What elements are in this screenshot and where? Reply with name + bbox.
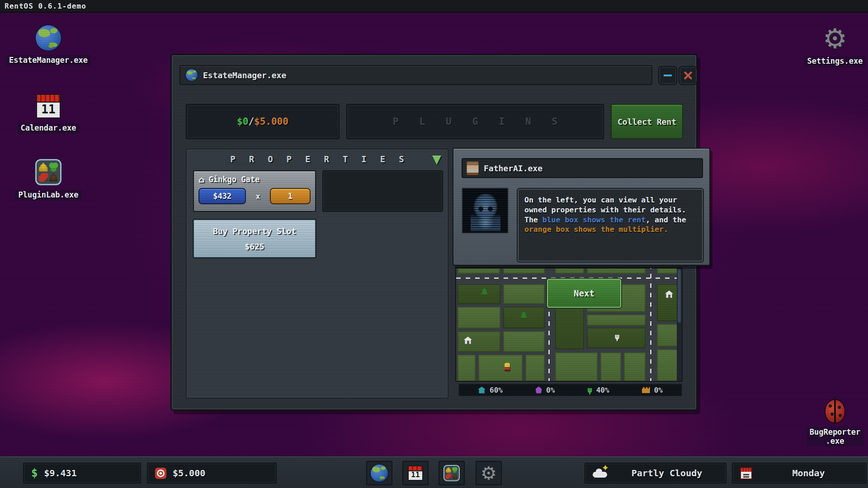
- goal-current-value: $0: [237, 116, 248, 127]
- map-parcel[interactable]: [458, 355, 476, 381]
- os-title-bar: RentOS 0.6.1-demo: [0, 0, 868, 13]
- day-label: Monday: [759, 468, 859, 479]
- house-icon: [464, 337, 472, 344]
- map-parcel[interactable]: [587, 268, 646, 274]
- goal-separator: /: [248, 116, 254, 127]
- goal-target-value: $5.000: [254, 116, 288, 127]
- map-parcel[interactable]: [458, 284, 500, 304]
- map-parcel[interactable]: [458, 307, 500, 328]
- taskbar-app-settings[interactable]: ⚙: [476, 461, 502, 485]
- minimize-button[interactable]: [659, 67, 676, 84]
- stat-residential: 60%: [478, 386, 503, 394]
- minimize-icon: [664, 75, 672, 76]
- tree-icon: [520, 311, 527, 318]
- stat-value: 0%: [654, 386, 663, 394]
- filter-funnel-icon[interactable]: ▼: [432, 153, 441, 165]
- house-icon: [665, 291, 673, 298]
- ladybug-icon: [826, 400, 844, 422]
- multiplier-value-button[interactable]: 1: [270, 188, 311, 204]
- plugin-quadrant: [39, 173, 48, 182]
- desktop-icon-calendar[interactable]: 11 Calendar.exe: [5, 94, 91, 134]
- stat-commercial: 0%: [535, 386, 555, 394]
- map-parcel[interactable]: [458, 268, 500, 274]
- gear-icon: ⚙: [481, 464, 497, 482]
- buy-property-slot-button[interactable]: Buy Property Slot $625: [193, 219, 316, 258]
- dollar-icon: $: [31, 467, 38, 479]
- taskbar: $ $9.431 $5.000 11 ⚙ Partly Cloudy Monda…: [0, 456, 868, 488]
- rent-goal-display: $0/$5.000: [186, 104, 340, 139]
- map-parcel[interactable]: [478, 355, 523, 381]
- collect-rent-button[interactable]: Collect Rent: [611, 104, 683, 139]
- map-parcel[interactable]: ψ: [587, 328, 646, 348]
- taskbar-app-calendar[interactable]: 11: [402, 461, 429, 485]
- shop-icon: [535, 387, 542, 394]
- map-scrollbar[interactable]: [677, 268, 682, 382]
- stat-value: 0%: [546, 386, 555, 394]
- factory-icon: [642, 387, 650, 393]
- desktop-icon-label: EstateManager.exe: [6, 55, 91, 66]
- properties-title: PROPERTIES: [187, 154, 448, 164]
- map-parcel[interactable]: [555, 268, 584, 274]
- desktop-icon-settings[interactable]: ⚙ Settings.exe: [792, 25, 868, 67]
- calendar-icon: 11: [36, 94, 61, 118]
- plugin-quadrant: [49, 173, 58, 182]
- buy-slot-price: $625: [245, 242, 264, 251]
- fatherai-portrait: [462, 188, 509, 234]
- calendar-icon: 11: [408, 465, 423, 481]
- map-parcel[interactable]: [503, 307, 545, 328]
- mini-calendar-icon: [740, 467, 752, 479]
- globe-icon: [36, 25, 61, 51]
- map-parcel[interactable]: [600, 352, 621, 381]
- goal-widget[interactable]: $5.000: [147, 463, 277, 483]
- empty-property-slot: [322, 170, 443, 212]
- plugin-grid-icon: [35, 159, 61, 185]
- dialog-title: FatherAI.exe: [484, 164, 542, 173]
- plant-icon: ψ: [615, 333, 619, 341]
- desktop-icon-pluginlab[interactable]: PluginLab.exe: [5, 159, 91, 201]
- map-parcel[interactable]: [503, 268, 545, 274]
- dialog-title-bar[interactable]: FatherAI.exe: [462, 158, 703, 178]
- map-parcel[interactable]: [503, 284, 545, 304]
- window-title: EstateManager.exe: [203, 70, 286, 80]
- plugin-quadrant: [452, 467, 458, 473]
- plugins-panel-button[interactable]: PLUGINS: [346, 104, 604, 139]
- map-parcel[interactable]: [503, 331, 545, 352]
- money-widget[interactable]: $ $9.431: [23, 463, 141, 483]
- stat-value: 40%: [596, 386, 609, 394]
- plugin-quadrant: [446, 474, 451, 479]
- map-parcel[interactable]: [525, 355, 545, 381]
- map-parcel[interactable]: [555, 352, 598, 381]
- gear-icon: ⚙: [823, 25, 847, 52]
- desktop-icon-estatemanager[interactable]: EstateManager.exe: [5, 25, 91, 66]
- map-parcel[interactable]: [458, 331, 500, 352]
- rent-value-button[interactable]: $432: [198, 188, 246, 204]
- city-map[interactable]: ψ Next: [455, 267, 683, 382]
- globe-icon: [371, 465, 388, 482]
- desktop-icon-bugreporter[interactable]: BugReporter .exe: [792, 400, 868, 446]
- villager-icon: [505, 363, 510, 371]
- properties-panel: PROPERTIES ▼ ⌂ Ginkgo Gate $432 x 1 Buy …: [186, 149, 448, 399]
- desktop-icon-label: Settings.exe: [804, 56, 866, 67]
- map-parcel[interactable]: [587, 314, 646, 326]
- os-version-label: RentOS 0.6.1-demo: [5, 2, 86, 10]
- road-marking: [650, 268, 651, 382]
- window-title-bar[interactable]: EstateManager.exe: [179, 65, 652, 85]
- next-button[interactable]: Next: [547, 279, 621, 308]
- desktop-icon-label: Calendar.exe: [18, 123, 80, 134]
- desktop-icon-label: BugReporter .exe: [807, 427, 864, 446]
- date-widget[interactable]: Monday: [732, 463, 867, 483]
- map-parcel[interactable]: [624, 352, 646, 381]
- fatherai-avatar-icon: [467, 161, 479, 175]
- close-button[interactable]: [679, 67, 697, 84]
- taskbar-app-estatemanager[interactable]: [366, 461, 392, 485]
- taskbar-app-pluginlab[interactable]: [439, 461, 465, 485]
- house-icon: [478, 387, 486, 394]
- property-card-ginkgo-gate[interactable]: ⌂ Ginkgo Gate $432 x 1: [193, 170, 316, 212]
- plugin-quadrant: [49, 163, 58, 172]
- scanline-overlay: [462, 188, 508, 233]
- plugins-label: PLUGINS: [372, 116, 579, 127]
- weather-widget[interactable]: Partly Cloudy: [585, 463, 726, 483]
- globe-icon: [186, 69, 198, 81]
- plugin-grid-icon: [443, 465, 460, 481]
- partly-cloudy-icon: [593, 469, 609, 478]
